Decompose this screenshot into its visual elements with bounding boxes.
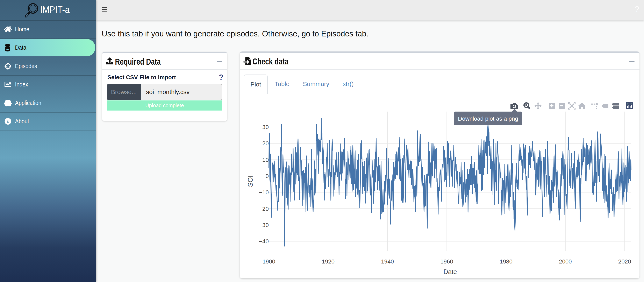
svg-text:−10: −10 (259, 189, 269, 196)
svg-text:0: 0 (266, 173, 269, 179)
svg-text:SOI: SOI (246, 176, 254, 187)
svg-text:2020: 2020 (618, 258, 631, 265)
svg-text:Download plot as a png: Download plot as a png (458, 116, 518, 122)
svg-text:1920: 1920 (322, 258, 334, 265)
svg-text:−40: −40 (259, 238, 269, 244)
svg-text:−20: −20 (259, 206, 269, 212)
svg-text:20: 20 (262, 140, 269, 146)
svg-text:−30: −30 (259, 222, 269, 228)
svg-text:2000: 2000 (559, 258, 572, 265)
svg-text:1960: 1960 (440, 258, 453, 265)
svg-text:30: 30 (262, 124, 269, 130)
svg-text:1900: 1900 (262, 258, 275, 265)
svg-text:10: 10 (262, 157, 269, 163)
svg-text:1940: 1940 (381, 258, 394, 265)
svg-text:1980: 1980 (500, 258, 512, 265)
svg-text:Date: Date (444, 268, 457, 276)
